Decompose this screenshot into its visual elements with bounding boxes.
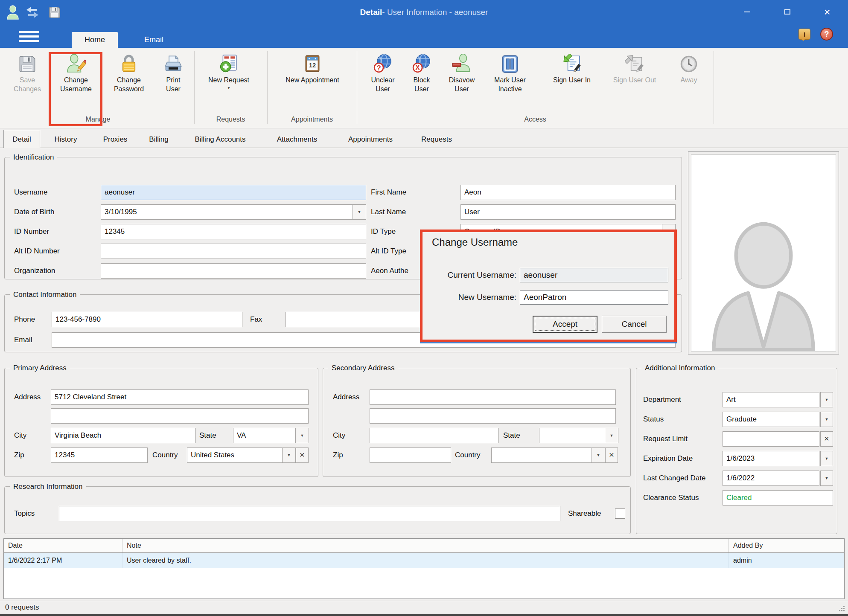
- primary-country-dropdown-icon[interactable]: ▼: [282, 448, 295, 462]
- secondary-country-dropdown-icon[interactable]: ▼: [592, 448, 605, 462]
- primary-address-groupbox: Primary Address Address City State ▼ Zip…: [4, 368, 318, 477]
- secondary-address-field[interactable]: [370, 389, 616, 405]
- table-row[interactable]: 1/6/2022 2:17 PM User cleared by staff. …: [4, 553, 844, 568]
- clearance-status-field: [723, 490, 833, 506]
- new-request-dropdown-icon[interactable]: ▼: [227, 86, 230, 90]
- first-name-field[interactable]: [460, 185, 676, 200]
- print-user-button[interactable]: PrintUser: [155, 50, 191, 118]
- primary-zip-field[interactable]: [51, 447, 148, 463]
- tab-history[interactable]: History: [44, 131, 87, 148]
- maximize-button[interactable]: [780, 5, 795, 19]
- primary-state-dropdown-icon[interactable]: ▼: [295, 428, 309, 443]
- pause-icon: [501, 51, 519, 73]
- secondary-country-field[interactable]: ▼: [491, 447, 605, 463]
- new-username-field[interactable]: [520, 290, 668, 305]
- last-changed-date-dropdown-button[interactable]: ▼: [820, 471, 833, 486]
- username-label: Username: [14, 185, 47, 200]
- secondary-zip-field[interactable]: [370, 447, 451, 463]
- tab-requests[interactable]: Requests: [411, 131, 462, 148]
- primary-address-field[interactable]: [51, 389, 309, 405]
- ribbon-tab-home[interactable]: Home: [72, 32, 118, 48]
- last-changed-date-field[interactable]: [723, 471, 819, 486]
- dialog-window-border: [420, 342, 677, 343]
- hamburger-menu-icon[interactable]: [19, 31, 39, 43]
- help-icon[interactable]: ?: [820, 28, 833, 41]
- request-limit-clear-button[interactable]: ×: [820, 431, 833, 447]
- dob-dropdown-icon[interactable]: ▼: [353, 205, 366, 219]
- close-button[interactable]: ×: [820, 5, 834, 19]
- minimize-button[interactable]: [740, 5, 754, 19]
- clock-icon: [679, 51, 698, 73]
- expiration-date-field[interactable]: [723, 451, 819, 466]
- change-username-button[interactable]: ChangeUsername: [52, 50, 100, 118]
- user-photo-frame[interactable]: [688, 151, 839, 354]
- info-icon[interactable]: i: [798, 29, 810, 40]
- organization-label: Organization: [14, 263, 55, 279]
- tab-billing-accounts[interactable]: Billing Accounts: [186, 131, 254, 148]
- note-added-by-cell: admin: [729, 553, 844, 568]
- column-header-added-by[interactable]: Added By: [729, 539, 844, 552]
- request-limit-field[interactable]: [723, 431, 819, 447]
- resize-grip[interactable]: [838, 604, 845, 611]
- column-header-date[interactable]: Date: [4, 539, 122, 552]
- status-field[interactable]: [723, 412, 819, 427]
- alt-id-number-field[interactable]: [101, 244, 366, 259]
- username-field[interactable]: [101, 185, 366, 200]
- sign-user-in-button[interactable]: Sign User In: [546, 50, 597, 118]
- id-number-field[interactable]: [101, 224, 366, 239]
- tab-detail[interactable]: Detail: [3, 130, 40, 148]
- detail-tabstrip: Detail History Proxies Billing Billing A…: [0, 128, 848, 148]
- tab-appointments[interactable]: Appointments: [341, 131, 400, 148]
- unclear-user-button[interactable]: ? UnclearUser: [364, 50, 402, 118]
- accept-button[interactable]: Accept: [533, 316, 597, 333]
- new-appointment-button[interactable]: 12 New Appointment: [274, 50, 351, 118]
- new-request-icon: [219, 51, 239, 73]
- dob-field[interactable]: ▼: [101, 204, 366, 220]
- last-name-field[interactable]: [460, 204, 676, 220]
- column-header-note[interactable]: Note: [122, 539, 729, 552]
- primary-address2-field[interactable]: [51, 408, 309, 424]
- status-dropdown-button[interactable]: ▼: [820, 412, 833, 427]
- secondary-address2-field[interactable]: [370, 408, 616, 424]
- primary-state-field[interactable]: ▼: [233, 428, 309, 443]
- request-limit-label: Request Limit: [643, 431, 688, 447]
- secondary-state-dropdown-icon[interactable]: ▼: [605, 428, 618, 443]
- tab-billing[interactable]: Billing: [137, 131, 180, 148]
- topics-field[interactable]: [59, 506, 560, 521]
- tab-proxies[interactable]: Proxies: [94, 131, 137, 148]
- tab-attachments[interactable]: Attachments: [267, 131, 327, 148]
- ribbon-tab-email[interactable]: Email: [131, 32, 176, 48]
- primary-city-field[interactable]: [51, 428, 196, 443]
- status-label: Status: [643, 412, 664, 427]
- new-request-button[interactable]: New Request ▼: [201, 50, 257, 118]
- save-quick-icon[interactable]: [46, 4, 63, 20]
- organization-field[interactable]: [101, 263, 366, 279]
- alt-id-number-label: Alt ID Number: [14, 244, 60, 259]
- window-title-primary: Detail: [360, 8, 382, 17]
- refresh-icon[interactable]: [24, 4, 41, 20]
- shareable-checkbox[interactable]: [615, 508, 625, 519]
- research-legend: Research Information: [10, 481, 86, 492]
- cancel-button[interactable]: Cancel: [602, 316, 667, 333]
- phone-field[interactable]: [52, 312, 242, 327]
- primary-country-clear-button[interactable]: ×: [296, 447, 309, 463]
- secondary-city-field[interactable]: [370, 428, 499, 443]
- last-changed-date-label: Last Changed Date: [643, 471, 706, 486]
- secondary-country-clear-button[interactable]: ×: [605, 447, 618, 463]
- disavow-user-button[interactable]: DisavowUser: [442, 50, 481, 118]
- change-password-button[interactable]: ChangePassword: [105, 50, 153, 118]
- user-quick-icon[interactable]: [4, 4, 21, 20]
- sign-user-out-button: Sign User Out: [603, 50, 667, 118]
- identification-legend: Identification: [10, 152, 57, 163]
- mark-user-inactive-button[interactable]: Mark UserInactive: [484, 50, 536, 118]
- department-dropdown-button[interactable]: ▼: [820, 392, 833, 407]
- department-field[interactable]: [723, 392, 819, 407]
- notes-table-header: Date Note Added By: [4, 539, 844, 553]
- secondary-state-field[interactable]: ▼: [539, 428, 618, 443]
- block-user-button[interactable]: X BlockUser: [405, 50, 439, 118]
- primary-country-field[interactable]: ▼: [187, 447, 296, 463]
- expiration-date-dropdown-button[interactable]: ▼: [820, 451, 833, 466]
- fax-label: Fax: [250, 312, 262, 327]
- dialog-title: Change Username: [432, 236, 518, 248]
- titlebar: Detail - User Information - aeonuser ×: [0, 0, 848, 24]
